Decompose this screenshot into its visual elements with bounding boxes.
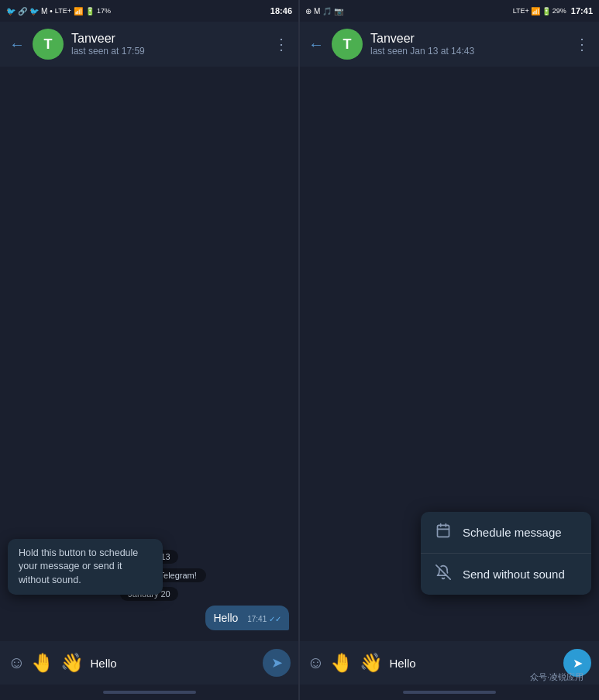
left-more-button[interactable]: ⋮ xyxy=(274,35,289,53)
left-status-icons: 🐦 🔗 🐦 M • LTE+ 📶 🔋 17% xyxy=(6,7,111,15)
left-input-bar: ☺ 🤚 👋 ➤ xyxy=(0,641,298,685)
right-battery-percent: 29% xyxy=(553,7,566,15)
right-contact-name[interactable]: Tanveer xyxy=(370,32,566,46)
right-time: 17:41 xyxy=(571,6,593,15)
right-home-bar xyxy=(403,691,496,694)
svg-rect-0 xyxy=(438,525,449,537)
svg-line-4 xyxy=(436,565,450,579)
left-contact-name[interactable]: Tanveer xyxy=(71,32,266,46)
right-home-indicator xyxy=(299,685,599,700)
right-context-menu: Schedule message Send without sound xyxy=(421,512,591,595)
right-phone: ⊕ M 🎵 📷 LTE+ 📶 🔋 29% 17:41 ← T Tanveer l… xyxy=(299,0,599,700)
battery-icon: 🔋 xyxy=(85,7,95,15)
left-send-button[interactable]: ➤ xyxy=(263,649,291,677)
send-without-sound-label: Send without sound xyxy=(463,568,565,581)
left-last-seen: last seen at 17:59 xyxy=(71,46,266,57)
left-bubble: Hello 17:41 ✓✓ xyxy=(205,606,289,630)
m-icon: M xyxy=(41,7,47,15)
left-home-indicator xyxy=(0,685,298,700)
left-emoji-2[interactable]: 👋 xyxy=(60,652,84,674)
phone-divider xyxy=(299,0,300,700)
right-lte-label: LTE+ xyxy=(513,7,529,15)
camera-icon: 📷 xyxy=(334,7,343,15)
globe-icon: ⊕ xyxy=(305,7,312,15)
right-emoji-1[interactable]: 🤚 xyxy=(330,652,353,674)
right-chat-body: Schedule message Send without sound xyxy=(299,67,599,641)
left-message-input[interactable] xyxy=(90,657,256,670)
right-emoji-2[interactable]: 👋 xyxy=(360,652,383,674)
calendar-icon xyxy=(435,523,452,542)
right-battery-icon: 🔋 xyxy=(542,7,551,15)
left-tooltip-text: Hold this button to schedule your messag… xyxy=(19,547,138,585)
left-status-bar: 🐦 🔗 🐦 M • LTE+ 📶 🔋 17% 18:46 xyxy=(0,0,298,22)
left-home-bar xyxy=(103,691,196,694)
left-tooltip-popup: Hold this button to schedule your messag… xyxy=(8,539,163,595)
left-emoji-area: 🤚 👋 xyxy=(31,652,84,674)
left-time: 18:46 xyxy=(270,6,292,15)
right-status-bar: ⊕ M 🎵 📷 LTE+ 📶 🔋 29% 17:41 xyxy=(299,0,599,22)
mute-icon xyxy=(435,564,452,584)
right-emoji-area: 🤚 👋 xyxy=(330,652,383,674)
link-icon: 🔗 xyxy=(18,7,27,15)
left-avatar: T xyxy=(33,29,64,60)
right-chat-header: ← T Tanveer last seen Jan 13 at 14:43 ⋮ xyxy=(299,22,599,67)
right-time-area: LTE+ 📶 🔋 29% 17:41 xyxy=(513,6,593,15)
right-send-without-sound-item[interactable]: Send without sound xyxy=(421,554,591,595)
left-bubble-time: 17:41 ✓✓ xyxy=(247,615,281,623)
right-contact-info: Tanveer last seen Jan 13 at 14:43 xyxy=(370,32,566,57)
left-message-bubble: Hello 17:41 ✓✓ xyxy=(9,606,289,630)
left-contact-info: Tanveer last seen at 17:59 xyxy=(71,32,266,57)
right-avatar: T xyxy=(332,29,363,60)
m2-icon: M xyxy=(314,7,320,15)
watermark-text: 众号·凌锐应用 xyxy=(530,672,584,681)
dot-icon: • xyxy=(50,7,53,15)
battery-percent-left: 17% xyxy=(97,7,111,15)
right-signal-icon: 📶 xyxy=(531,7,540,15)
left-bubble-text: Hello xyxy=(213,612,238,624)
right-more-button[interactable]: ⋮ xyxy=(574,35,590,53)
signal-icon: 📶 xyxy=(74,7,83,15)
left-back-button[interactable]: ← xyxy=(9,36,25,53)
left-chat-header: ← T Tanveer last seen at 17:59 ⋮ xyxy=(0,22,298,67)
left-phone: 🐦 🔗 🐦 M • LTE+ 📶 🔋 17% 18:46 ← T Tanveer xyxy=(0,0,299,700)
twitter2-icon: 🐦 xyxy=(29,7,39,15)
music-icon: 🎵 xyxy=(322,7,332,15)
lte-label: LTE+ xyxy=(55,7,71,15)
right-schedule-message-item[interactable]: Schedule message xyxy=(421,512,591,554)
right-back-button[interactable]: ← xyxy=(308,36,324,53)
right-last-seen: last seen Jan 13 at 14:43 xyxy=(370,46,566,57)
left-send-icon: ➤ xyxy=(271,654,283,671)
watermark: 众号·凌锐应用 xyxy=(530,671,584,683)
right-send-icon: ➤ xyxy=(573,656,583,671)
right-status-icons: ⊕ M 🎵 📷 xyxy=(305,7,343,15)
right-message-input[interactable] xyxy=(389,657,557,670)
right-emoji-button[interactable]: ☺ xyxy=(307,653,324,673)
schedule-message-label: Schedule message xyxy=(463,526,562,539)
left-checkmarks: ✓✓ xyxy=(269,615,281,623)
left-emoji-button[interactable]: ☺ xyxy=(8,653,25,673)
twitter-icon: 🐦 xyxy=(6,7,15,15)
left-chat-body: January 13 Tanveer joined Telegram! Janu… xyxy=(0,67,298,641)
left-emoji-1[interactable]: 🤚 xyxy=(31,652,54,674)
